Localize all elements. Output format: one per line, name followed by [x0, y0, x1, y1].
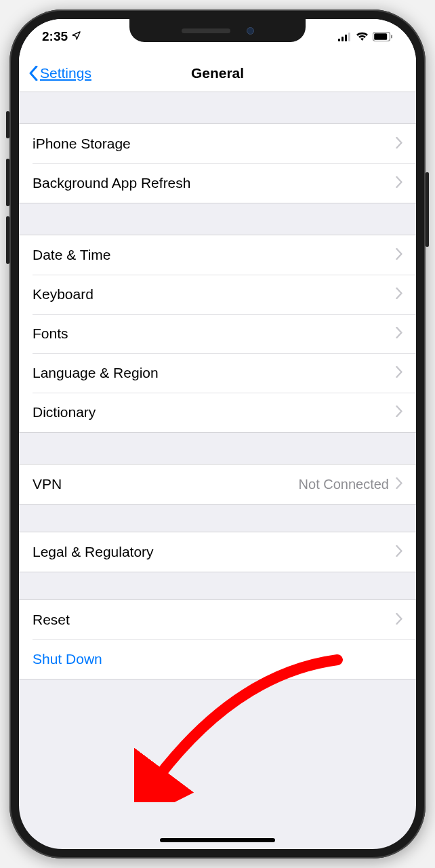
row-label: Shut Down: [33, 651, 402, 667]
home-indicator: [160, 838, 275, 842]
back-label: Settings: [40, 65, 91, 81]
row-label: Keyboard: [33, 286, 396, 302]
svg-rect-5: [374, 33, 387, 40]
svg-rect-1: [341, 37, 344, 41]
group-storage: iPhone Storage Background App Refresh: [19, 123, 416, 203]
row-language-region[interactable]: Language & Region: [19, 353, 416, 393]
row-label: iPhone Storage: [33, 136, 396, 152]
row-label: Dictionary: [33, 404, 396, 420]
back-button[interactable]: Settings: [28, 65, 91, 81]
chevron-right-icon: [396, 175, 402, 191]
svg-rect-6: [391, 35, 392, 39]
row-label: Legal & Regulatory: [33, 544, 396, 560]
status-right: [338, 32, 393, 41]
chevron-right-icon: [396, 544, 402, 560]
power-button: [426, 172, 429, 247]
row-dictionary[interactable]: Dictionary: [19, 393, 416, 432]
row-fonts[interactable]: Fonts: [19, 314, 416, 353]
screen: 2:35 Settings: [19, 19, 416, 849]
device-frame: 2:35 Settings: [9, 9, 426, 859]
row-legal-regulatory[interactable]: Legal & Regulatory: [19, 532, 416, 572]
chevron-left-icon: [28, 66, 39, 81]
row-detail: Not Connected: [299, 477, 389, 492]
chevron-right-icon: [396, 326, 402, 342]
settings-list[interactable]: iPhone Storage Background App Refresh Da…: [19, 92, 416, 711]
group-legal: Legal & Regulatory: [19, 532, 416, 572]
mute-switch: [6, 111, 9, 138]
svg-rect-2: [345, 35, 347, 41]
page-title: General: [191, 65, 244, 81]
notch: [129, 19, 306, 42]
row-keyboard[interactable]: Keyboard: [19, 275, 416, 314]
row-label: Fonts: [33, 326, 396, 342]
chevron-right-icon: [396, 286, 402, 302]
group-vpn: VPN Not Connected: [19, 464, 416, 505]
row-label: VPN: [33, 476, 299, 492]
chevron-right-icon: [396, 247, 402, 263]
row-label: Date & Time: [33, 247, 396, 263]
row-iphone-storage[interactable]: iPhone Storage: [19, 124, 416, 163]
group-input: Date & Time Keyboard Fonts Language & Re…: [19, 235, 416, 433]
volume-down-button: [6, 216, 9, 264]
row-label: Language & Region: [33, 365, 396, 381]
battery-icon: [373, 32, 393, 41]
row-date-time[interactable]: Date & Time: [19, 235, 416, 275]
group-reset: Reset Shut Down: [19, 599, 416, 679]
chevron-right-icon: [396, 476, 402, 492]
chevron-right-icon: [396, 404, 402, 420]
status-time: 2:35: [42, 29, 68, 43]
chevron-right-icon: [396, 612, 402, 628]
cellular-signal-icon: [338, 33, 352, 41]
volume-up-button: [6, 159, 9, 206]
wifi-icon: [356, 32, 369, 41]
location-arrow-icon: [71, 31, 81, 41]
chevron-right-icon: [396, 136, 402, 152]
svg-rect-0: [338, 39, 340, 41]
row-vpn[interactable]: VPN Not Connected: [19, 465, 416, 504]
row-label: Background App Refresh: [33, 175, 396, 191]
row-background-app-refresh[interactable]: Background App Refresh: [19, 163, 416, 203]
row-shut-down[interactable]: Shut Down: [19, 639, 416, 679]
status-time-group: 2:35: [42, 29, 81, 44]
svg-rect-3: [348, 33, 350, 41]
row-reset[interactable]: Reset: [19, 600, 416, 639]
nav-bar: Settings General: [19, 54, 416, 92]
row-label: Reset: [33, 612, 396, 628]
chevron-right-icon: [396, 365, 402, 381]
